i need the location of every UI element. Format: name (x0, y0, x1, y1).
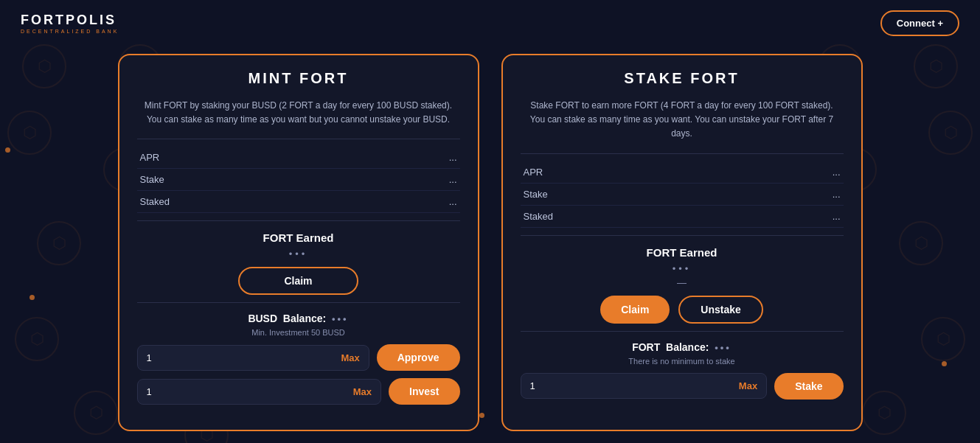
mint-invest-row: Max Invest (137, 378, 460, 405)
mint-fort-description: Mint FORT by staking your BUSD (2 FORT a… (137, 99, 460, 127)
stake-stake-row: Stake ... (521, 184, 844, 206)
mint-balance-text: Balance: (283, 313, 326, 324)
stake-earned-value: — (521, 277, 844, 288)
stake-balance-label: FORT Balance: ••• (632, 341, 731, 353)
stake-input-row: Max Stake (521, 373, 844, 400)
mint-earned-label: FORT Earned (137, 231, 460, 244)
mint-apr-value: ... (449, 152, 457, 163)
mint-invest-button[interactable]: Invest (389, 378, 459, 405)
mint-apr-row: APR ... (137, 147, 460, 169)
stake-stake-label: Stake (524, 189, 548, 200)
mint-approve-row: Max Approve (137, 344, 460, 371)
stake-staked-label: Staked (524, 211, 553, 222)
main-content: MINT FORT Mint FORT by staking your BUSD… (0, 54, 980, 431)
stake-fort-description: Stake FORT to earn more FORT (4 FORT a d… (521, 99, 844, 142)
stake-min-invest: There is no minimum to stake (521, 357, 844, 366)
mint-stake-value: ... (449, 174, 457, 185)
mint-claim-button[interactable]: Claim (238, 267, 358, 295)
stake-divider-3 (521, 331, 844, 332)
stake-apr-row: APR ... (521, 161, 844, 184)
mint-staked-value: ... (449, 196, 457, 207)
mint-approve-button[interactable]: Approve (377, 344, 460, 371)
stake-fort-title: STAKE FORT (521, 70, 844, 87)
stake-earned-dots: ••• (521, 263, 844, 274)
stake-balance-text: Balance: (666, 341, 709, 353)
divider-1 (137, 139, 460, 139)
mint-balance-prefix: BUSD (248, 313, 277, 324)
stake-max-button[interactable]: Max (730, 374, 766, 398)
mint-balance-section: BUSD Balance: ••• (137, 312, 460, 325)
stake-earned-section: FORT Earned ••• — (521, 246, 844, 288)
mint-fort-title: MINT FORT (137, 70, 460, 87)
mint-invest-input[interactable] (138, 380, 344, 404)
stake-input[interactable] (521, 374, 730, 398)
stake-apr-value: ... (833, 167, 841, 178)
stake-balance-dots: ••• (715, 342, 731, 353)
mint-stake-label: Stake (140, 174, 164, 185)
connect-button[interactable]: Connect + (880, 10, 959, 36)
mint-invest-input-group: Max (137, 379, 382, 405)
header: FORTPOLIS DECENTRALIZED BANK Connect + (0, 0, 980, 46)
mint-stake-row: Stake ... (137, 169, 460, 191)
mint-staked-row: Staked ... (137, 191, 460, 213)
mint-fort-card: MINT FORT Mint FORT by staking your BUSD… (118, 54, 479, 431)
logo-title: FORTPOLIS (21, 13, 119, 28)
stake-staked-row: Staked ... (521, 206, 844, 228)
mint-balance-dots: ••• (332, 313, 349, 324)
stake-earned-label: FORT Earned (521, 246, 844, 259)
logo-subtitle: DECENTRALIZED BANK (21, 29, 119, 34)
logo: FORTPOLIS DECENTRALIZED BANK (21, 13, 119, 34)
divider-2 (137, 220, 460, 221)
stake-action-button[interactable]: Stake (774, 373, 843, 400)
stake-balance-section: FORT Balance: ••• (521, 341, 844, 354)
stake-unstake-button[interactable]: Unstake (678, 296, 762, 324)
mint-earned-dots: ••• (137, 248, 460, 259)
stake-fort-card: STAKE FORT Stake FORT to earn more FORT … (501, 54, 863, 431)
mint-approve-input[interactable] (138, 346, 333, 370)
stake-action-buttons: Claim Unstake (521, 296, 844, 324)
mint-invest-max-button[interactable]: Max (344, 380, 380, 404)
mint-earned-section: FORT Earned ••• (137, 231, 460, 259)
mint-approve-input-group: Max (137, 345, 369, 371)
mint-apr-label: APR (140, 152, 160, 163)
stake-stake-value: ... (833, 189, 841, 200)
mint-min-invest: Min. Investment 50 BUSD (137, 328, 460, 337)
stake-divider-1 (521, 153, 844, 154)
stake-claim-button[interactable]: Claim (600, 296, 670, 324)
stake-input-group: Max (521, 373, 768, 399)
stake-staked-value: ... (833, 211, 841, 222)
mint-balance-label: BUSD Balance: ••• (248, 313, 348, 324)
mint-approve-max-button[interactable]: Max (332, 346, 368, 370)
mint-staked-label: Staked (140, 196, 170, 207)
divider-3 (137, 302, 460, 303)
stake-apr-label: APR (524, 167, 543, 178)
stake-divider-2 (521, 235, 844, 236)
stake-balance-prefix: FORT (632, 341, 660, 353)
